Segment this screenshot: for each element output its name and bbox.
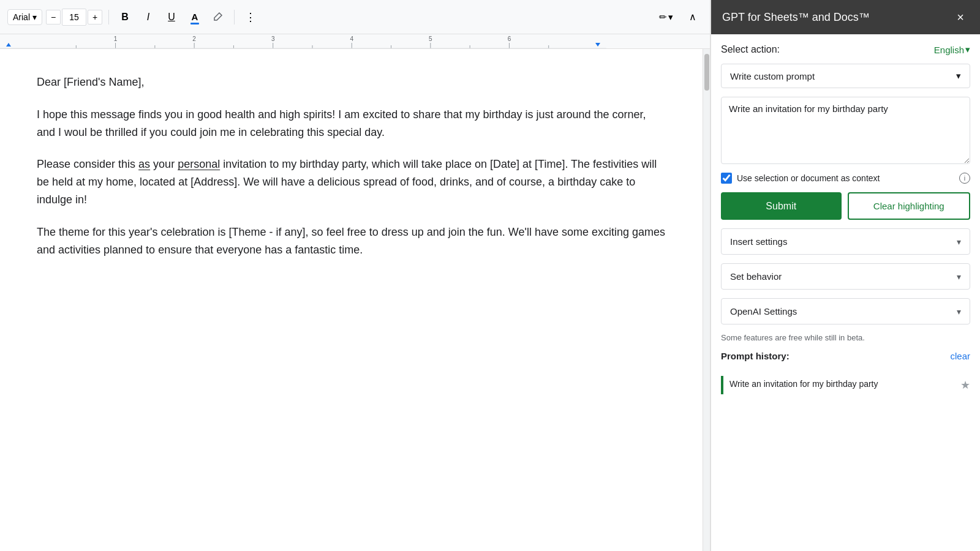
more-options-button[interactable]: ⋮	[241, 7, 260, 27]
history-item: Write an invitation for my birthday part…	[721, 370, 970, 400]
openai-settings-label: OpenAI Settings	[730, 306, 797, 317]
toolbar-divider-2	[234, 10, 235, 24]
text-color-icon: A	[192, 12, 198, 21]
star-icon[interactable]: ★	[960, 378, 970, 392]
insert-settings-chevron: ▾	[957, 237, 961, 247]
checkbox-row: Use selection or document as context i	[721, 173, 970, 184]
invitation-as-text: as	[138, 158, 150, 170]
doc-area: Arial ▾ − + B I U A ⋮ ✏ ▾ ∧	[0, 0, 710, 551]
paragraph-invitation: Please consider this as your personal in…	[37, 156, 666, 208]
select-action-row: Select action: English ▾	[721, 44, 970, 55]
font-family-label: Arial	[13, 12, 30, 22]
text-color-bar	[190, 23, 199, 24]
bold-button[interactable]: B	[115, 7, 135, 27]
invitation-mid-text: your	[150, 158, 178, 170]
italic-button[interactable]: I	[138, 7, 158, 27]
paragraph-theme: The theme for this year's celebration is…	[37, 223, 666, 259]
sidebar-header: GPT for Sheets™ and Docs™ ×	[711, 0, 980, 34]
beta-note: Some features are free while still in be…	[721, 333, 970, 342]
language-button[interactable]: English ▾	[934, 44, 970, 55]
salutation-text: Dear [Friend's Name],	[37, 76, 145, 88]
underline-button[interactable]: U	[162, 7, 181, 27]
toolbar-divider-1	[108, 10, 109, 24]
history-item-wrapper: Write an invitation for my birthday part…	[721, 376, 970, 394]
font-size-increase-button[interactable]: +	[88, 10, 102, 24]
openai-settings-button[interactable]: OpenAI Settings ▾	[721, 298, 970, 324]
pencil-icon: ✏	[659, 12, 667, 23]
toolbar: Arial ▾ − + B I U A ⋮ ✏ ▾ ∧	[0, 0, 710, 34]
paragraph-intro: I hope this message finds you in good he…	[37, 106, 666, 141]
set-behavior-chevron: ▾	[957, 272, 961, 282]
doc-scrollbar[interactable]	[703, 49, 710, 551]
close-button[interactable]: ×	[952, 9, 969, 26]
invitation-personal-text: personal	[178, 158, 220, 170]
action-dropdown[interactable]: Write custom prompt ▾	[721, 64, 970, 88]
action-buttons-row: Submit Clear highlighting	[721, 192, 970, 220]
doc-content[interactable]: Dear [Friend's Name], I hope this messag…	[0, 49, 703, 551]
font-family-chevron: ▾	[32, 12, 37, 22]
context-checkbox[interactable]	[721, 173, 732, 184]
highlight-icon	[213, 12, 224, 23]
font-size-control: − +	[46, 9, 102, 26]
paragraph-salutation: Dear [Friend's Name],	[37, 73, 666, 91]
sidebar-body: Select action: English ▾ Write custom pr…	[711, 34, 980, 410]
select-action-label: Select action:	[721, 44, 780, 55]
ruler	[0, 34, 710, 49]
history-item-text: Write an invitation for my birthday part…	[729, 378, 956, 391]
openai-settings-chevron: ▾	[957, 307, 961, 317]
theme-text: The theme for this year's celebration is…	[37, 226, 665, 256]
clear-highlighting-button[interactable]: Clear highlighting	[848, 192, 971, 220]
prompt-history-label: Prompt history:	[721, 351, 790, 361]
action-dropdown-value: Write custom prompt	[730, 71, 815, 81]
prompt-history-header: Prompt history: clear	[721, 351, 970, 361]
edit-mode-button[interactable]: ✏ ▾	[653, 9, 679, 25]
edit-mode-chevron: ▾	[668, 12, 673, 23]
insert-settings-button[interactable]: Insert settings ▾	[721, 228, 970, 255]
font-size-input[interactable]	[62, 9, 86, 26]
highlight-button[interactable]	[208, 7, 228, 27]
info-icon[interactable]: i	[959, 173, 970, 184]
scrollbar-thumb[interactable]	[704, 54, 709, 91]
prompt-textarea[interactable]	[721, 97, 970, 164]
action-dropdown-chevron: ▾	[956, 70, 961, 81]
language-label: English	[934, 45, 964, 55]
checkbox-label: Use selection or document as context	[737, 173, 954, 183]
collapse-button[interactable]: ∧	[683, 7, 703, 27]
intro-text: I hope this message finds you in good he…	[37, 108, 646, 138]
font-size-decrease-button[interactable]: −	[46, 10, 61, 24]
language-chevron: ▾	[965, 44, 970, 55]
submit-button[interactable]: Submit	[721, 192, 842, 220]
font-family-selector[interactable]: Arial ▾	[7, 9, 42, 25]
sidebar-title: GPT for Sheets™ and Docs™	[722, 11, 870, 24]
clear-history-button[interactable]: clear	[950, 351, 970, 361]
set-behavior-label: Set behavior	[730, 271, 782, 282]
text-color-button[interactable]: A	[185, 7, 205, 27]
sidebar: GPT for Sheets™ and Docs™ × Select actio…	[710, 0, 980, 551]
insert-settings-label: Insert settings	[730, 236, 787, 247]
invitation-pre-text: Please consider this	[37, 158, 138, 170]
set-behavior-button[interactable]: Set behavior ▾	[721, 263, 970, 290]
toolbar-right: ✏ ▾ ∧	[653, 7, 703, 27]
